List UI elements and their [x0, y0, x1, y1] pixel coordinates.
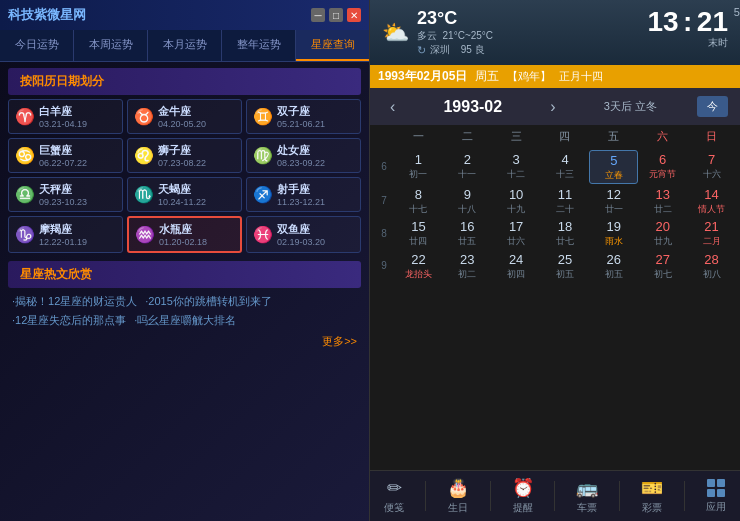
cal-day-4[interactable]: 4 十三: [541, 150, 590, 184]
pisces-symbol: ♓: [253, 225, 273, 244]
cal-day-16[interactable]: 16 廿五: [443, 217, 492, 249]
cal-day-27[interactable]: 27 初七: [638, 250, 687, 282]
cal-day-22[interactable]: 22 龙抬头: [394, 250, 443, 282]
wed-header: 三: [492, 125, 541, 148]
cal-day-13[interactable]: 13 廿二: [638, 185, 687, 217]
zodiac-pisces[interactable]: ♓ 双鱼座 02.19-03.20: [246, 216, 361, 253]
bottom-birthday[interactable]: 🎂 生日: [439, 477, 477, 515]
zodiac-aquarius[interactable]: ♒ 水瓶座 01.20-02.18: [127, 216, 242, 253]
maximize-button[interactable]: □: [329, 8, 343, 22]
bottom-apps[interactable]: 应用: [698, 478, 734, 514]
weather-temp: 23°C: [417, 8, 493, 29]
virgo-name: 处女座: [277, 143, 325, 158]
zodiac-libra[interactable]: ♎ 天秤座 09.23-10.23: [8, 177, 123, 212]
cal-day-5[interactable]: 5 立春: [589, 150, 638, 184]
cal-day-17[interactable]: 17 廿六: [492, 217, 541, 249]
scorpio-symbol: ♏: [134, 185, 154, 204]
capricorn-date: 12.22-01.19: [39, 237, 87, 247]
cal-day-3[interactable]: 3 十二: [492, 150, 541, 184]
cal-day-11[interactable]: 11 二十: [541, 185, 590, 217]
sat-header: 六: [638, 125, 687, 148]
zodiac-taurus[interactable]: ♉ 金牛座 04.20-05.20: [127, 99, 242, 134]
zodiac-scorpio[interactable]: ♏ 天蝎座 10.24-11.22: [127, 177, 242, 212]
tab-week-fortune[interactable]: 本周运势: [74, 30, 148, 61]
cal-day-20[interactable]: 20 廿九: [638, 217, 687, 249]
tab-zodiac-query[interactable]: 星座查询: [296, 30, 369, 61]
leo-name: 狮子座: [158, 143, 206, 158]
tab-today-fortune[interactable]: 今日运势: [0, 30, 74, 61]
calendar-nav: ‹ 1993-02 › 3天后 立冬 今: [370, 88, 740, 125]
reminder-label: 提醒: [513, 501, 533, 515]
taurus-symbol: ♉: [134, 107, 154, 126]
bottom-notes[interactable]: ✏ 便笺: [376, 477, 412, 515]
hot-link-1[interactable]: ·揭秘！12星座的财运贵人: [12, 294, 137, 309]
cal-day-8[interactable]: 8 十七: [394, 185, 443, 217]
cal-day-10[interactable]: 10 十九: [492, 185, 541, 217]
cal-day-18[interactable]: 18 廿七: [541, 217, 590, 249]
sagittarius-date: 11.23-12.21: [277, 197, 325, 207]
cal-day-2[interactable]: 2 十一: [443, 150, 492, 184]
zodiac-grid: ♈ 白羊座 03.21-04.19 ♉ 金牛座 04.20-05.20 ♊ 双子…: [0, 99, 369, 253]
birthday-icon: 🎂: [447, 477, 469, 499]
refresh-icon[interactable]: ↻: [417, 44, 426, 57]
leo-date: 07.23-08.22: [158, 158, 206, 168]
left-header: 科技紫微星网 ─ □ ✕: [0, 0, 369, 30]
calendar-month: 1993-02: [443, 98, 502, 116]
libra-symbol: ♎: [15, 185, 35, 204]
left-panel: 科技紫微星网 ─ □ ✕ 今日运势 本周运势 本月运势 整年运势 星座查询 按阳…: [0, 0, 370, 521]
zodiac-leo[interactable]: ♌ 狮子座 07.23-08.22: [127, 138, 242, 173]
tab-month-fortune[interactable]: 本月运势: [148, 30, 222, 61]
more-link[interactable]: 更多>>: [0, 330, 369, 353]
zodiac-gemini[interactable]: ♊ 双子座 05.21-06.21: [246, 99, 361, 134]
cal-day-9[interactable]: 9 十八: [443, 185, 492, 217]
hot-link-3[interactable]: ·12星座失恋后的那点事: [12, 313, 126, 328]
cal-day-28[interactable]: 28 初八: [687, 250, 736, 282]
cal-day-12[interactable]: 12 廿一: [589, 185, 638, 217]
bottom-lottery[interactable]: 🎫 彩票: [633, 477, 671, 515]
cal-day-25[interactable]: 25 初五: [541, 250, 590, 282]
cal-day-1[interactable]: 1 初一: [394, 150, 443, 184]
left-tabs: 今日运势 本周运势 本月运势 整年运势 星座查询: [0, 30, 369, 62]
svg-rect-1: [717, 479, 725, 487]
time-hours: 13: [647, 6, 678, 37]
libra-date: 09.23-10.23: [39, 197, 87, 207]
next-month-button[interactable]: ›: [542, 98, 563, 116]
cal-day-23[interactable]: 23 初二: [443, 250, 492, 282]
close-button[interactable]: ✕: [347, 8, 361, 22]
cal-day-24[interactable]: 24 初四: [492, 250, 541, 282]
capricorn-name: 摩羯座: [39, 222, 87, 237]
sagittarius-symbol: ♐: [253, 185, 273, 204]
cal-day-19[interactable]: 19 雨水: [589, 217, 638, 249]
hot-link-2[interactable]: ·2015你的跳槽转机到来了: [145, 294, 272, 309]
aquarius-name: 水瓶座: [159, 222, 207, 237]
week-number-8: 8: [374, 217, 394, 249]
bus-icon: 🚌: [576, 477, 598, 499]
cal-day-7[interactable]: 7 十六: [687, 150, 736, 184]
today-button[interactable]: 今: [697, 96, 728, 117]
weather-bar: ⛅ 23°C 多云 21°C~25°C ↻ 深圳 95 良 13 : 21 50…: [370, 0, 740, 65]
zodiac-capricorn[interactable]: ♑ 摩羯座 12.22-01.19: [8, 216, 123, 253]
zodiac-sagittarius[interactable]: ♐ 射手座 11.23-12.21: [246, 177, 361, 212]
pisces-date: 02.19-03.20: [277, 237, 325, 247]
zodiac-cancer[interactable]: ♋ 巨蟹座 06.22-07.22: [8, 138, 123, 173]
cal-day-26[interactable]: 26 初五: [589, 250, 638, 282]
right-panel: ⛅ 23°C 多云 21°C~25°C ↻ 深圳 95 良 13 : 21 50…: [370, 0, 740, 521]
bottom-ticket[interactable]: 🚌 车票: [568, 477, 606, 515]
zodiac-aries[interactable]: ♈ 白羊座 03.21-04.19: [8, 99, 123, 134]
tab-year-fortune[interactable]: 整年运势: [222, 30, 296, 61]
cal-day-15[interactable]: 15 廿四: [394, 217, 443, 249]
hot-link-4[interactable]: ·吗幺星座嚼觥大排名: [134, 313, 236, 328]
aquarius-date: 01.20-02.18: [159, 237, 207, 247]
bottom-bar: ✏ 便笺 🎂 生日 ⏰ 提醒 🚌 车票 🎫 彩票: [370, 470, 740, 521]
week-number-6: 6: [374, 150, 394, 184]
zodiac-virgo[interactable]: ♍ 处女座 08.23-09.22: [246, 138, 361, 173]
hot-section: 星座热文欣赏 ·揭秘！12星座的财运贵人 ·2015你的跳槽转机到来了 ·12星…: [8, 261, 361, 328]
time-seconds: 50: [734, 6, 740, 18]
ticket-label: 车票: [577, 501, 597, 515]
prev-month-button[interactable]: ‹: [382, 98, 403, 116]
cal-day-6[interactable]: 6 元宵节: [638, 150, 687, 184]
minimize-button[interactable]: ─: [311, 8, 325, 22]
bottom-reminder[interactable]: ⏰ 提醒: [504, 477, 542, 515]
cal-day-21[interactable]: 21 二月: [687, 217, 736, 249]
cal-day-14[interactable]: 14 情人节: [687, 185, 736, 217]
